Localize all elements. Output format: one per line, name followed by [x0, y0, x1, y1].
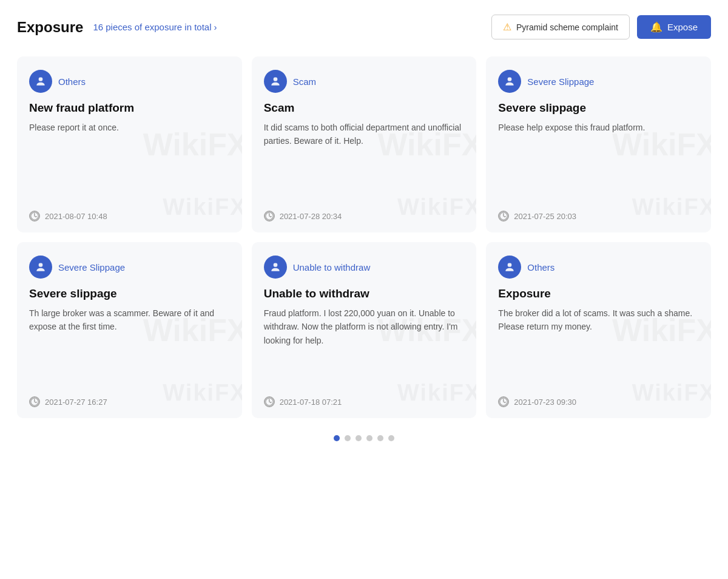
svg-rect-26: [509, 262, 511, 263]
pagination-dot[interactable]: [356, 435, 362, 441]
svg-point-22: [266, 398, 273, 405]
expose-icon: 🔔: [650, 21, 662, 33]
svg-point-27: [500, 398, 507, 405]
card-title: Severe slippage: [29, 287, 230, 300]
card-body: Please report it at once.: [29, 121, 230, 200]
card-tag: Severe Slippage: [29, 256, 230, 279]
svg-line-24: [269, 402, 271, 403]
card-timestamp: 2021-08-07 10:48: [45, 212, 107, 221]
card-title: Unable to withdraw: [264, 287, 465, 300]
card-timestamp: 2021-07-28 20:34: [280, 212, 342, 221]
tag-icon: [264, 256, 287, 279]
cards-grid: Others New fraud platform Please report …: [17, 56, 711, 418]
svg-line-4: [35, 216, 36, 217]
svg-line-19: [35, 402, 36, 403]
header-left: Exposure 16 pieces of exposure in total …: [17, 19, 217, 36]
count-label: 16 pieces of exposure in total: [93, 22, 211, 32]
tag-icon: [264, 70, 287, 93]
page: Exposure 16 pieces of exposure in total …: [0, 0, 728, 579]
svg-line-9: [269, 216, 271, 217]
complaint-label: Pyramid scheme complaint: [516, 22, 618, 32]
warning-icon: ⚠: [503, 21, 511, 33]
exposure-card[interactable]: Unable to withdraw Unable to withdraw Fr…: [252, 242, 477, 418]
header: Exposure 16 pieces of exposure in total …: [17, 15, 711, 39]
tag-icon: [498, 70, 521, 93]
exposure-card[interactable]: Others New fraud platform Please report …: [17, 56, 242, 232]
exposure-count-link[interactable]: 16 pieces of exposure in total ›: [93, 22, 217, 32]
tag-label: Severe Slippage: [527, 76, 594, 87]
card-title: Severe slippage: [498, 101, 699, 115]
count-arrow: ›: [214, 22, 217, 32]
clock-icon: [264, 396, 275, 407]
card-footer: 2021-07-27 16:27: [29, 396, 230, 407]
card-tag: Unable to withdraw: [264, 256, 465, 279]
pagination-dot[interactable]: [377, 435, 383, 441]
svg-point-17: [31, 398, 38, 405]
pagination-dot[interactable]: [366, 435, 372, 441]
tag-label: Others: [58, 76, 86, 87]
complaint-button[interactable]: ⚠ Pyramid scheme complaint: [491, 15, 630, 39]
tag-icon: [29, 256, 52, 279]
card-footer: 2021-07-23 09:30: [498, 396, 699, 407]
exposure-card[interactable]: Severe Slippage Severe slippage Th large…: [17, 242, 242, 418]
clock-icon: [29, 396, 40, 407]
pagination-dot[interactable]: [334, 435, 340, 441]
pagination-dot[interactable]: [388, 435, 394, 441]
exposure-card[interactable]: Severe Slippage Severe slippage Please h…: [486, 56, 711, 232]
tag-icon: [498, 256, 521, 279]
card-title: New fraud platform: [29, 101, 230, 115]
card-timestamp: 2021-07-25 20:03: [514, 212, 576, 221]
card-tag: Scam: [264, 70, 465, 93]
tag-label: Unable to withdraw: [293, 262, 371, 273]
exposure-card[interactable]: Scam Scam It did scams to both official …: [252, 56, 477, 232]
card-title: Scam: [264, 101, 465, 115]
svg-rect-6: [274, 76, 276, 78]
svg-rect-11: [509, 76, 511, 78]
clock-icon: [498, 211, 509, 222]
pagination: [17, 435, 711, 441]
card-footer: 2021-08-07 10:48: [29, 211, 230, 222]
card-body: Please help expose this fraud platform.: [498, 121, 699, 200]
card-body: Th large broker was a scammer. Beware of…: [29, 306, 230, 385]
card-footer: 2021-07-28 20:34: [264, 211, 465, 222]
clock-icon: [29, 211, 40, 222]
svg-point-12: [500, 212, 507, 220]
card-title: Exposure: [498, 287, 699, 300]
tag-label: Severe Slippage: [58, 262, 125, 273]
card-timestamp: 2021-07-27 16:27: [45, 398, 107, 407]
card-tag: Others: [29, 70, 230, 93]
card-footer: 2021-07-25 20:03: [498, 211, 699, 222]
svg-rect-16: [40, 262, 42, 263]
expose-button[interactable]: 🔔 Expose: [637, 15, 711, 39]
svg-rect-1: [40, 76, 42, 78]
pagination-dot[interactable]: [345, 435, 351, 441]
tag-label: Scam: [293, 76, 316, 87]
svg-line-14: [504, 216, 505, 217]
expose-label: Expose: [667, 22, 698, 32]
card-tag: Severe Slippage: [498, 70, 699, 93]
svg-point-2: [31, 212, 38, 220]
svg-point-7: [266, 212, 273, 220]
tag-label: Others: [527, 262, 554, 273]
card-body: The broker did a lot of scams. It was su…: [498, 306, 699, 385]
exposure-card[interactable]: Others Exposure The broker did a lot of …: [486, 242, 711, 418]
clock-icon: [498, 396, 509, 407]
page-title: Exposure: [17, 19, 83, 36]
header-right: ⚠ Pyramid scheme complaint 🔔 Expose: [491, 15, 711, 39]
tag-icon: [29, 70, 52, 93]
card-tag: Others: [498, 256, 699, 279]
card-footer: 2021-07-18 07:21: [264, 396, 465, 407]
clock-icon: [264, 211, 275, 222]
card-body: It did scams to both official department…: [264, 121, 465, 200]
card-body: Fraud platform. I lost 220,000 yuan on i…: [264, 306, 465, 385]
card-timestamp: 2021-07-23 09:30: [514, 398, 576, 407]
svg-rect-21: [274, 262, 276, 263]
card-timestamp: 2021-07-18 07:21: [280, 398, 342, 407]
svg-line-29: [504, 402, 505, 403]
